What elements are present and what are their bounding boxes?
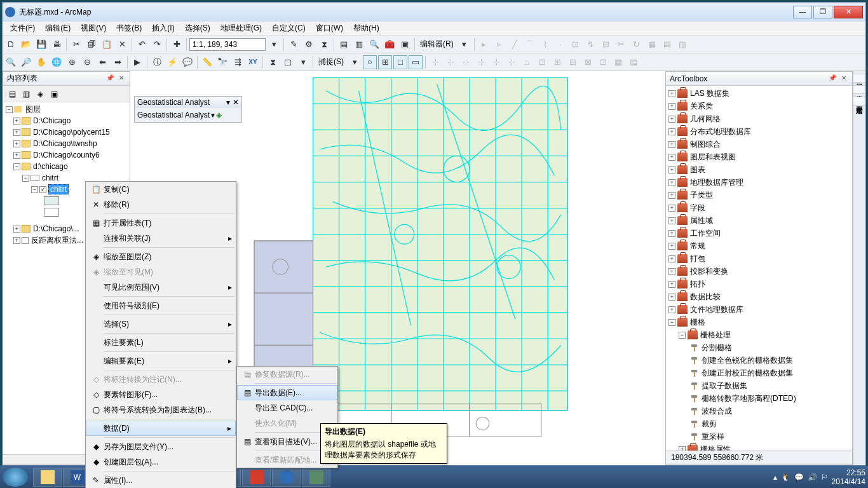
copy-icon[interactable]: 🗐 [85, 37, 98, 51]
tree-item[interactable]: +D:\Chicago\polycent15 [4, 126, 128, 138]
tray-qq-icon[interactable]: 🐧 [781, 473, 790, 482]
pan-icon[interactable]: ✋ [34, 55, 48, 69]
toolbox-item[interactable]: +常规 [667, 240, 851, 252]
ctx-data[interactable]: 数据(D)▸ [86, 421, 236, 436]
taskbar-explorer[interactable] [33, 468, 62, 487]
add-data-icon[interactable]: ✚ [170, 37, 184, 51]
sidebar-tab-search[interactable]: 搜索 [853, 85, 865, 94]
full-extent-icon[interactable]: 🌐 [50, 55, 64, 69]
toolbox-item[interactable]: +文件地理数据库 [667, 303, 851, 316]
scale-dropdown-icon[interactable]: ▾ [267, 37, 281, 51]
ctx-label-features[interactable]: 标注要素(L) [86, 335, 236, 350]
close-icon[interactable]: ✕ [839, 74, 848, 83]
menu-geoprocessing[interactable]: 地理处理(G) [215, 22, 267, 35]
identify-icon[interactable]: ⓘ [150, 55, 164, 69]
menu-view[interactable]: 视图(V) [76, 22, 111, 35]
tray-up-icon[interactable]: ▴ [773, 473, 777, 482]
tool-item[interactable]: 栅格转数字地形高程(DTED) [667, 392, 851, 405]
tray-chat-icon[interactable]: 💬 [794, 473, 804, 482]
toolbox-item[interactable]: +几何网络 [667, 112, 851, 125]
taskbar-ccleaner[interactable] [242, 468, 271, 487]
time-slider-icon[interactable]: ⧗ [266, 55, 280, 69]
html-popup-icon[interactable]: 💬 [180, 55, 194, 69]
wizard-icon[interactable]: ◈ [216, 111, 222, 119]
list-by-selection-icon[interactable]: ▣ [48, 88, 60, 100]
fixed-zoom-out-icon[interactable]: ⊖ [80, 55, 94, 69]
measure-icon[interactable]: 📏 [200, 55, 214, 69]
zoom-out-icon[interactable]: 🔎 [19, 55, 33, 69]
toolbox-item[interactable]: +分布式地理数据库 [667, 125, 851, 138]
snap-end-icon[interactable]: ⊞ [378, 55, 392, 69]
forward-icon[interactable]: ➡ [111, 55, 125, 69]
menu-customize[interactable]: 自定义(C) [267, 22, 311, 35]
tree-item[interactable]: −d:\chicago [4, 161, 128, 172]
save-icon[interactable]: 💾 [34, 37, 48, 51]
editor-toolbar-icon[interactable]: ✎ [287, 37, 301, 51]
zoom-in-icon[interactable]: 🔍 [4, 55, 18, 69]
fixed-zoom-in-icon[interactable]: ⊕ [65, 55, 79, 69]
toolbox-item-expanded[interactable]: −栅格 [667, 316, 851, 329]
tool-item[interactable]: 波段合成 [667, 405, 851, 417]
time-slider-icon[interactable]: ⧗ [317, 37, 331, 51]
start-button[interactable] [3, 468, 28, 487]
snap-edge-icon[interactable]: ▭ [409, 55, 423, 69]
menu-file[interactable]: 文件(F) [5, 22, 40, 35]
geostat-toolbar[interactable]: Geostatistical Analyst ▾ ✕ Geostatistica… [134, 96, 242, 123]
redo-icon[interactable]: ↷ [150, 37, 164, 51]
undo-icon[interactable]: ↶ [135, 37, 149, 51]
tool-item[interactable]: 创建全色锐化的栅格数据集 [667, 354, 851, 367]
tool-item[interactable]: 分割栅格 [667, 341, 851, 354]
tool-item[interactable]: 裁剪 [667, 417, 851, 430]
back-icon[interactable]: ⬅ [95, 55, 109, 69]
toolbox-sub[interactable]: −栅格处理 [667, 329, 851, 341]
chevron-down-icon[interactable]: ▾ [211, 111, 215, 119]
menu-edit[interactable]: 编辑(E) [40, 22, 76, 35]
arctoolbox-icon[interactable]: 🧰 [383, 37, 397, 51]
pin-icon[interactable]: 📌 [105, 74, 114, 83]
tree-item[interactable]: +D:\Chicago\twnshp [4, 138, 128, 149]
toolbox-sub[interactable]: +栅格属性 [667, 443, 851, 451]
sub-export-data[interactable]: ▤导出数据(E)... [237, 385, 337, 400]
ctx-remove[interactable]: ✕移除(R) [86, 197, 236, 212]
list-by-source-icon[interactable]: ▥ [20, 88, 32, 100]
list-by-drawing-icon[interactable]: ▤ [6, 88, 18, 100]
toolbox-item[interactable]: +图层和表视图 [667, 151, 851, 163]
list-by-visibility-icon[interactable]: ◈ [34, 88, 46, 100]
tray-flag-icon[interactable]: ⚐ [821, 473, 828, 482]
ctx-features-to-graphics[interactable]: ◇要素转图形(F)... [86, 387, 236, 402]
maximize-button[interactable]: ❐ [813, 6, 832, 18]
ctx-selection[interactable]: 选择(S)▸ [86, 316, 236, 332]
goto-xy-icon[interactable]: XY [246, 55, 260, 69]
tool-item[interactable]: 提取子数据集 [667, 379, 851, 392]
catalog-icon[interactable]: ▥ [352, 37, 366, 51]
viewer-dropdown-icon[interactable]: ▾ [296, 55, 310, 69]
tree-item[interactable]: +D:\Chicago [4, 115, 128, 126]
geostat-dropdown[interactable]: Geostatistical Analyst [137, 111, 210, 119]
ctx-use-symbol-levels[interactable]: 使用符号级别(E) [86, 298, 236, 313]
chevron-down-icon[interactable]: ▾ [458, 37, 471, 51]
snap-point-icon[interactable]: ○ [363, 55, 377, 69]
search-icon[interactable]: 🔍 [367, 37, 381, 51]
snap-vertex-icon[interactable]: □ [393, 55, 407, 69]
toolbox-item[interactable]: +关系类 [667, 100, 851, 112]
select-elements-icon[interactable]: ▶ [130, 55, 144, 69]
taskbar-arccatalog[interactable] [272, 468, 301, 487]
taskbar-arcmap[interactable] [302, 468, 330, 487]
toolbox-item[interactable]: +字段 [667, 201, 851, 214]
toolbox-item[interactable]: +打包 [667, 252, 851, 265]
ctx-visible-scale-range[interactable]: 可见比例范围(V)▸ [86, 280, 236, 295]
scale-input[interactable]: 1:1, 189, 343 [189, 38, 266, 51]
menu-help[interactable]: 帮助(H) [348, 22, 384, 35]
toolbox-item[interactable]: +工作空间 [667, 227, 851, 240]
toolbox-item[interactable]: +拓扑 [667, 278, 851, 290]
ctx-edit-features[interactable]: 编辑要素(E)▸ [86, 353, 236, 369]
ctx-zoom-to-layer[interactable]: ◈缩放至图层(Z) [86, 249, 236, 264]
ctx-properties[interactable]: ✎属性(I)... [86, 473, 236, 488]
new-icon[interactable]: 🗋 [4, 37, 18, 51]
pin-icon[interactable]: 📌 [828, 74, 837, 83]
find-route-icon[interactable]: ⇶ [231, 55, 245, 69]
cut-icon[interactable]: ✂ [69, 37, 83, 51]
menu-selection[interactable]: 选择(S) [180, 22, 215, 35]
toolbox-item[interactable]: +LAS 数据集 [667, 87, 851, 100]
close-icon[interactable]: ✕ [117, 74, 126, 83]
